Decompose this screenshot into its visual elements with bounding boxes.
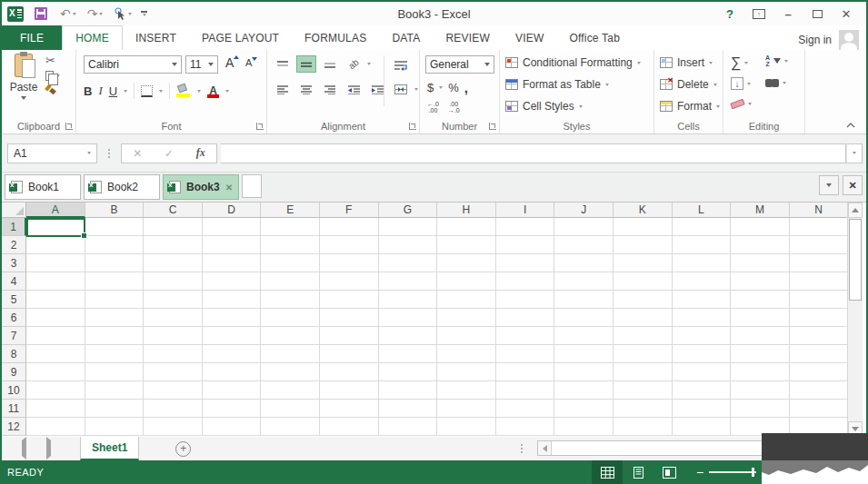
cell[interactable]: [144, 236, 203, 254]
column-header[interactable]: A: [26, 202, 85, 218]
cell[interactable]: [673, 418, 732, 436]
cell[interactable]: [26, 327, 85, 345]
cell[interactable]: [614, 327, 673, 345]
cell[interactable]: [144, 291, 203, 309]
cell[interactable]: [673, 218, 732, 236]
cell[interactable]: [614, 381, 673, 400]
cell[interactable]: [261, 418, 320, 436]
cell[interactable]: [437, 345, 496, 363]
column-header[interactable]: F: [320, 202, 379, 218]
cell[interactable]: [261, 218, 320, 236]
comma-style-button[interactable]: ,: [464, 80, 468, 95]
row-header[interactable]: 7: [2, 327, 26, 345]
vertical-scrollbar-thumb[interactable]: [849, 219, 862, 301]
cell[interactable]: [26, 236, 85, 254]
column-header[interactable]: I: [496, 202, 555, 218]
cell[interactable]: [320, 327, 379, 345]
cell[interactable]: [261, 381, 320, 400]
undo-dropdown-icon[interactable]: [73, 13, 76, 15]
cell[interactable]: [320, 254, 379, 272]
fill-color-button[interactable]: [176, 84, 191, 97]
row-header[interactable]: 6: [2, 309, 26, 327]
name-box-dropdown-icon[interactable]: [87, 152, 91, 154]
cell[interactable]: [144, 418, 203, 436]
cell[interactable]: [614, 400, 673, 418]
row-header[interactable]: 3: [2, 254, 26, 272]
cell[interactable]: [673, 272, 732, 291]
cell[interactable]: [554, 381, 614, 400]
number-dialog-launcher[interactable]: [489, 123, 496, 130]
column-header[interactable]: C: [144, 202, 203, 218]
cell[interactable]: [261, 254, 320, 272]
cell[interactable]: [144, 345, 203, 363]
format-painter-button[interactable]: [45, 84, 56, 95]
expand-formula-bar-button[interactable]: [846, 143, 863, 163]
cell[interactable]: [437, 272, 496, 291]
cell[interactable]: [144, 363, 203, 381]
column-header[interactable]: N: [790, 202, 849, 218]
cell[interactable]: [554, 272, 614, 291]
cell[interactable]: [379, 327, 438, 345]
merge-center-button[interactable]: [391, 81, 411, 98]
conditional-formatting-button[interactable]: Conditional Formatting: [505, 56, 641, 69]
cell[interactable]: [261, 291, 320, 309]
cell[interactable]: [496, 400, 555, 418]
cell[interactable]: [261, 327, 320, 345]
cell[interactable]: [144, 309, 203, 327]
column-header[interactable]: G: [379, 202, 438, 218]
customize-qat-button[interactable]: [141, 11, 147, 16]
cell[interactable]: [731, 309, 790, 327]
cell[interactable]: [379, 236, 438, 254]
minimize-button[interactable]: –: [775, 5, 801, 23]
cell[interactable]: [437, 309, 496, 327]
orientation-dropdown-icon[interactable]: [367, 63, 371, 65]
accounting-format-button[interactable]: $: [427, 81, 434, 94]
bold-button[interactable]: B: [84, 84, 92, 98]
cell[interactable]: [437, 218, 496, 236]
autosum-button[interactable]: ∑: [731, 54, 748, 71]
align-center-button[interactable]: [296, 81, 316, 98]
excel-app-icon[interactable]: [7, 6, 24, 22]
cell[interactable]: [26, 291, 85, 309]
alignment-dialog-launcher[interactable]: [409, 123, 416, 130]
avatar[interactable]: [839, 30, 859, 50]
cell[interactable]: [790, 381, 849, 400]
cell[interactable]: [614, 418, 673, 436]
cell[interactable]: [85, 254, 145, 272]
sheet-tab[interactable]: Sheet1: [80, 437, 139, 460]
cell[interactable]: [437, 254, 496, 272]
cell[interactable]: [144, 381, 203, 400]
cell[interactable]: [437, 363, 496, 381]
cell[interactable]: [554, 236, 614, 254]
cell[interactable]: [26, 381, 85, 400]
workbook-tab-close-icon[interactable]: ✕: [225, 183, 233, 193]
cell[interactable]: [26, 309, 85, 327]
cell[interactable]: [203, 418, 262, 436]
cell[interactable]: [790, 327, 849, 345]
cell[interactable]: [673, 254, 732, 272]
ribbon-tab[interactable]: VIEW: [503, 25, 556, 50]
cell[interactable]: [790, 400, 849, 418]
cell[interactable]: [379, 291, 438, 309]
insert-cells-button[interactable]: Insert: [660, 56, 713, 69]
formula-input[interactable]: [221, 143, 846, 163]
cell[interactable]: [554, 327, 614, 345]
cell[interactable]: [496, 291, 555, 309]
cell[interactable]: [437, 236, 496, 254]
cell[interactable]: [731, 400, 790, 418]
formula-bar-grip[interactable]: [108, 149, 110, 158]
cell[interactable]: [85, 327, 145, 345]
paste-button[interactable]: Paste: [5, 54, 42, 119]
cell[interactable]: [203, 309, 262, 327]
new-workbook-tab-stub[interactable]: [242, 174, 262, 198]
cell[interactable]: [554, 418, 614, 436]
accounting-dropdown-icon[interactable]: [439, 86, 443, 89]
cell[interactable]: [790, 309, 849, 327]
cell[interactable]: [85, 400, 145, 418]
middle-align-button[interactable]: [296, 55, 316, 73]
cell[interactable]: [731, 345, 790, 363]
cell[interactable]: [203, 363, 262, 381]
font-dialog-launcher[interactable]: [256, 123, 264, 130]
insert-function-button[interactable]: fx: [196, 146, 205, 160]
scroll-up-button[interactable]: [848, 202, 863, 218]
